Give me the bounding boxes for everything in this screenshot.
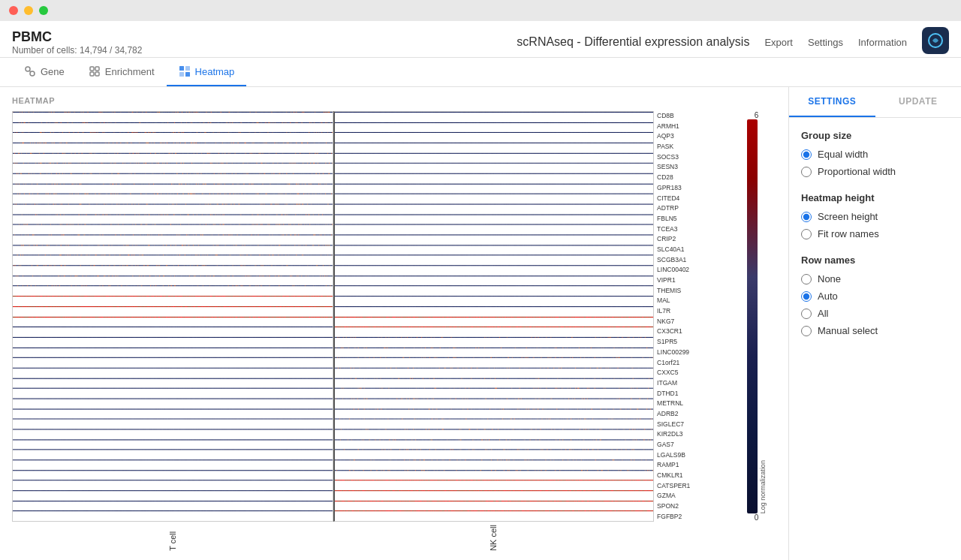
app-icon (922, 27, 949, 54)
gene-label: CD28 (657, 174, 737, 181)
radio-none[interactable]: None (801, 273, 949, 285)
gene-label: LINC00299 (657, 349, 737, 356)
sidebar-tab-update[interactable]: UPDATE (875, 87, 962, 117)
radio-all-input[interactable] (801, 309, 812, 319)
gene-label: MAL (657, 297, 737, 304)
gene-label: CITED4 (657, 195, 737, 202)
gene-label: SIGLEC7 (657, 421, 737, 428)
app-title: PBMC (12, 29, 142, 45)
gene-label: FBLN5 (657, 215, 737, 222)
radio-fit-row-names[interactable]: Fit row names (801, 228, 949, 239)
gene-label: GPR183 (657, 185, 737, 191)
setting-group-row-names: Row names None Auto All (801, 254, 949, 336)
title-bar (0, 0, 961, 21)
close-button[interactable] (9, 6, 18, 15)
tab-heatmap[interactable]: Heatmap (167, 58, 247, 86)
gene-label: VIPR1 (657, 277, 737, 284)
svg-rect-9 (185, 66, 190, 71)
nav-tabs: Gene Enrichment Heatmap (0, 58, 961, 87)
gene-label: CRIP2 (657, 236, 737, 242)
header-left: PBMC Number of cells: 14,794 / 34,782 (12, 29, 142, 56)
maximize-button[interactable] (39, 6, 48, 15)
row-names-title: Row names (801, 254, 949, 266)
gene-label: CXXC5 (657, 369, 737, 376)
svg-rect-6 (90, 72, 94, 76)
sidebar-tab-settings[interactable]: SETTINGS (789, 87, 875, 117)
setting-group-height: Heatmap height Screen height Fit row nam… (801, 192, 949, 239)
tab-heatmap-label: Heatmap (195, 66, 235, 77)
heatmap-section-label: HEATMAP (12, 96, 776, 105)
gene-icon (24, 65, 36, 77)
gene-label: CMKLR1 (657, 472, 737, 479)
gene-label: SESN3 (657, 164, 737, 170)
sidebar: SETTINGS UPDATE Group size Equal width P… (788, 87, 961, 560)
radio-manual-select-input[interactable] (801, 326, 812, 336)
export-button[interactable]: Export (764, 37, 793, 48)
gene-label: ADTRP (657, 205, 737, 212)
gene-label: DTHD1 (657, 390, 737, 397)
radio-equal-width-input[interactable] (801, 149, 812, 160)
header-right: scRNAseq - Differential expression analy… (517, 27, 949, 57)
settings-button[interactable]: Settings (808, 37, 843, 48)
gene-label: KIR2DL3 (657, 431, 737, 438)
radio-screen-height[interactable]: Screen height (801, 211, 949, 222)
tab-enrichment[interactable]: Enrichment (77, 58, 167, 86)
radio-auto-input[interactable] (801, 291, 812, 302)
minimize-button[interactable] (24, 6, 33, 15)
information-button[interactable]: Information (858, 37, 907, 48)
header: PBMC Number of cells: 14,794 / 34,782 sc… (0, 21, 961, 58)
svg-rect-7 (95, 72, 99, 76)
group-size-title: Group size (801, 130, 949, 141)
radio-proportional-width[interactable]: Proportional width (801, 166, 949, 177)
colorbar (747, 119, 758, 513)
app-container: PBMC Number of cells: 14,794 / 34,782 sc… (0, 21, 961, 560)
heatmap-block-t-cell (12, 111, 333, 522)
svg-rect-11 (185, 72, 190, 77)
gene-label: METRNL (657, 400, 737, 407)
radio-screen-height-input[interactable] (801, 212, 812, 222)
gene-label: ARMH1 (657, 123, 737, 130)
gene-label: LGALS9B (657, 452, 737, 459)
gene-label: RAMP1 (657, 462, 737, 468)
main-content: HEATMAP CD8B (0, 87, 961, 560)
radio-manual-select[interactable]: Manual select (801, 325, 949, 336)
gene-labels: CD8B ARMH1 AQP3 PASK SOCS3 SESN3 CD28 GP… (654, 111, 737, 522)
colorbar-max: 6 (755, 111, 759, 119)
gene-label: SOCS3 (657, 154, 737, 161)
gene-label: NKG7 (657, 318, 737, 325)
radio-screen-height-label: Screen height (818, 211, 878, 222)
gene-label: C1orf21 (657, 360, 737, 366)
svg-rect-10 (179, 72, 184, 77)
gene-label: SCGB3A1 (657, 257, 737, 263)
gene-label: ITGAM (657, 380, 737, 387)
radio-fit-row-names-input[interactable] (801, 229, 812, 239)
tab-gene-label: Gene (41, 66, 65, 77)
analysis-title: scRNAseq - Differential expression analy… (517, 35, 749, 49)
radio-proportional-width-input[interactable] (801, 167, 812, 177)
gene-label: ADRB2 (657, 411, 737, 417)
x-axis-labels: T cell NK cell (12, 522, 776, 551)
svg-rect-5 (95, 67, 99, 71)
gene-label: LINC00402 (657, 266, 737, 273)
gene-label: CX3CR1 (657, 328, 737, 335)
colorbar-label: Log normalization (759, 119, 767, 513)
radio-auto-label: Auto (818, 291, 838, 302)
gene-label: CD8B (657, 113, 737, 119)
radio-equal-width-label: Equal width (818, 149, 868, 160)
radio-none-input[interactable] (801, 274, 812, 285)
gene-label: PASK (657, 143, 737, 150)
colorbar-min: 0 (755, 513, 759, 522)
heatmap-area: HEATMAP CD8B (0, 87, 788, 560)
gene-label: SLC40A1 (657, 246, 737, 253)
tab-gene[interactable]: Gene (12, 58, 77, 86)
radio-equal-width[interactable]: Equal width (801, 149, 949, 160)
gene-label: IL7R (657, 308, 737, 315)
gene-label: FGFBP2 (657, 513, 737, 520)
radio-proportional-width-label: Proportional width (818, 166, 896, 177)
radio-auto[interactable]: Auto (801, 291, 949, 302)
radio-all[interactable]: All (801, 308, 949, 319)
gene-label: GAS7 (657, 441, 737, 448)
radio-all-label: All (818, 308, 828, 319)
svg-line-3 (29, 71, 31, 72)
x-label-t-cell: T cell (12, 525, 333, 551)
